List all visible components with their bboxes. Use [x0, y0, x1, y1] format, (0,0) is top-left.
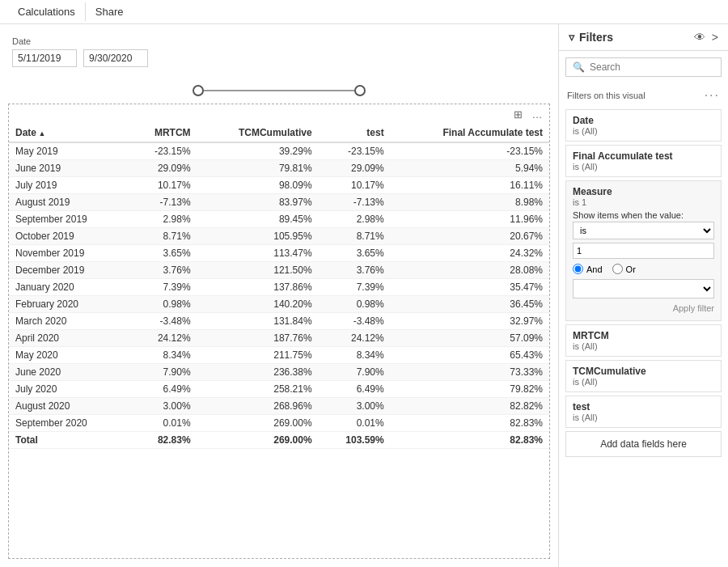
cell-tcmcumulative: 83.97%	[197, 194, 319, 211]
radio-and-label[interactable]: And	[573, 264, 603, 274]
cell-test: 3.00%	[319, 398, 391, 415]
filter-card-mrtcm: MRTCM is (All)	[565, 324, 722, 357]
start-date-input[interactable]: 5/11/2019	[12, 49, 77, 67]
radio-or[interactable]	[612, 264, 623, 274]
cell-final-accumulate: 73.33%	[391, 364, 549, 381]
cell-tcmcumulative: 140.20%	[197, 296, 319, 313]
cell-final-accumulate: 82.83%	[391, 415, 549, 432]
radio-or-label[interactable]: Or	[612, 264, 636, 274]
cell-test: 0.01%	[319, 415, 391, 432]
cell-date: July 2019	[9, 177, 128, 194]
share-tab[interactable]: Share	[86, 2, 133, 21]
table-container: ⊞ … Date MRTCM TCMCumulative test Final …	[8, 104, 550, 559]
table-row: August 2020 3.00% 268.96% 3.00% 82.82%	[9, 398, 549, 415]
calculations-tab[interactable]: Calculations	[8, 2, 86, 21]
cell-test: 6.49%	[319, 381, 391, 398]
cell-test: 24.12%	[319, 330, 391, 347]
col-header-test[interactable]: test	[319, 124, 391, 142]
cell-test: 0.98%	[319, 296, 391, 313]
expand-icon[interactable]: ⊞	[510, 107, 525, 121]
filter-date-title: Date	[573, 115, 714, 126]
filter-card-test: test is (All)	[565, 396, 722, 428]
cell-tcmcumulative: 39.29%	[197, 142, 319, 160]
table-row: September 2019 2.98% 89.45% 2.98% 11.96%	[9, 211, 549, 228]
cell-final-accumulate: 16.11%	[391, 177, 549, 194]
table-row: July 2020 6.49% 258.21% 6.49% 79.82%	[9, 381, 549, 398]
table-row: May 2019 -23.15% 39.29% -23.15% -23.15%	[9, 142, 549, 160]
cell-date: May 2020	[9, 347, 128, 364]
filter-final-title: Final Accumulate test	[573, 150, 714, 162]
cell-final-accumulate: 82.82%	[391, 398, 549, 415]
cell-mrtcm: 6.49%	[128, 381, 197, 398]
cell-mrtcm: 0.98%	[128, 296, 197, 313]
total-mrtcm: 82.83%	[128, 432, 197, 449]
total-final-accumulate: 82.83%	[391, 432, 549, 449]
col-header-date[interactable]: Date	[9, 124, 128, 142]
measure-condition-select[interactable]: is is not is greater than is less than	[573, 222, 714, 239]
measure-value-input[interactable]	[573, 243, 714, 259]
apply-filter-button[interactable]: Apply filter	[673, 303, 714, 313]
cell-test: 3.76%	[319, 262, 391, 279]
cell-mrtcm: -23.15%	[128, 142, 197, 160]
more-options-icon[interactable]: …	[530, 107, 544, 121]
cell-mrtcm: 3.76%	[128, 262, 197, 279]
slider-track[interactable]	[198, 90, 360, 91]
apply-filter-area: Apply filter	[573, 298, 714, 315]
slider-thumb-right[interactable]	[354, 85, 366, 96]
panel-header-icons: 👁 >	[694, 31, 718, 44]
cell-final-accumulate: 35.47%	[391, 279, 549, 296]
search-input[interactable]	[590, 61, 714, 73]
slider-thumb-left[interactable]	[193, 85, 204, 96]
cell-final-accumulate: 11.96%	[391, 211, 549, 228]
radio-and[interactable]	[573, 264, 583, 274]
cell-test: 8.71%	[319, 228, 391, 245]
date-slider-container	[8, 86, 550, 95]
add-data-fields-button[interactable]: Add data fields here	[565, 431, 722, 457]
cell-mrtcm: 10.17%	[128, 177, 197, 194]
panel-header: ▿ Filters 👁 >	[559, 24, 728, 51]
table-row: September 2020 0.01% 269.00% 0.01% 82.83…	[9, 415, 549, 432]
cell-date: September 2019	[9, 211, 128, 228]
cell-mrtcm: 2.98%	[128, 211, 197, 228]
cell-tcmcumulative: 268.96%	[197, 398, 319, 415]
cell-mrtcm: 7.39%	[128, 279, 197, 296]
cell-date: September 2020	[9, 415, 128, 432]
table-total-row: Total 82.83% 269.00% 103.59% 82.83%	[9, 432, 549, 449]
table-row: April 2020 24.12% 187.76% 24.12% 57.09%	[9, 330, 549, 347]
chevron-right-icon[interactable]: >	[712, 31, 718, 44]
filter-date-condition: is (All)	[573, 126, 714, 136]
cell-tcmcumulative: 187.76%	[197, 330, 319, 347]
cell-final-accumulate: 20.67%	[391, 228, 549, 245]
cell-final-accumulate: 28.08%	[391, 262, 549, 279]
cell-mrtcm: -7.13%	[128, 194, 197, 211]
search-box: 🔍	[565, 57, 722, 77]
main-area: Date 5/11/2019 9/30/2020 ⊞ …	[0, 24, 728, 567]
content-area: Date 5/11/2019 9/30/2020 ⊞ …	[0, 24, 558, 567]
radio-group: And Or	[573, 262, 714, 276]
cell-final-accumulate: 57.09%	[391, 330, 549, 347]
cell-date: December 2019	[9, 262, 128, 279]
filters-more-icon[interactable]: ···	[705, 88, 720, 103]
cell-date: July 2020	[9, 381, 128, 398]
col-header-final-accumulate[interactable]: Final Accumulate test	[391, 124, 549, 142]
cell-test: 7.90%	[319, 364, 391, 381]
filter-mrtcm-condition: is (All)	[573, 341, 714, 351]
cell-test: 8.34%	[319, 347, 391, 364]
col-header-tcmcumulative[interactable]: TCMCumulative	[197, 124, 319, 142]
measure-second-condition-select[interactable]	[573, 279, 714, 298]
col-header-mrtcm[interactable]: MRTCM	[128, 124, 197, 142]
cell-final-accumulate: 24.32%	[391, 245, 549, 262]
cell-tcmcumulative: 236.38%	[197, 364, 319, 381]
cell-date: May 2019	[9, 142, 128, 160]
cell-mrtcm: 3.65%	[128, 245, 197, 262]
end-date-input[interactable]: 9/30/2020	[83, 49, 148, 67]
cell-date: August 2020	[9, 398, 128, 415]
cell-mrtcm: -3.48%	[128, 313, 197, 330]
eye-icon[interactable]: 👁	[694, 31, 705, 44]
cell-mrtcm: 3.00%	[128, 398, 197, 415]
cell-tcmcumulative: 131.84%	[197, 313, 319, 330]
date-inputs: 5/11/2019 9/30/2020	[12, 49, 546, 67]
filters-label-text: Filters on this visual	[567, 91, 645, 100]
cell-test: 7.39%	[319, 279, 391, 296]
filter-test-title: test	[573, 401, 714, 413]
